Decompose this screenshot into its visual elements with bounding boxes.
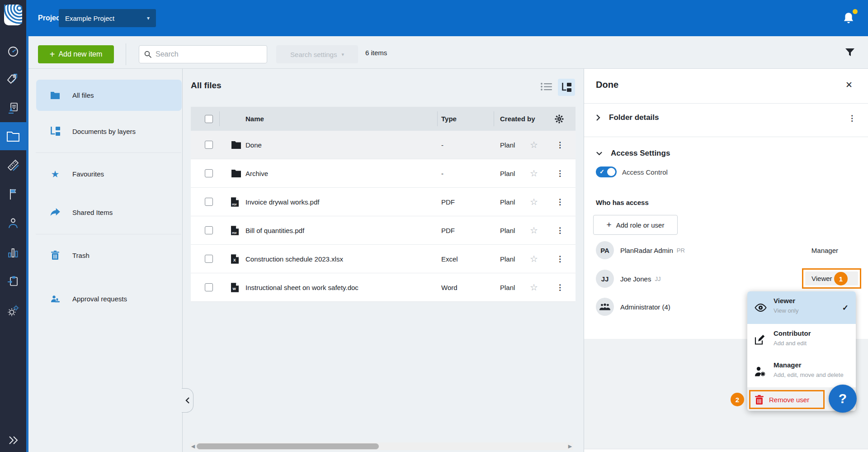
user-tag: JJ bbox=[655, 276, 660, 282]
files-main-panel: All files Name Type Created by Done - Pl… bbox=[183, 69, 584, 452]
row-checkbox[interactable] bbox=[205, 226, 213, 234]
favourite-star-icon[interactable]: ☆ bbox=[530, 225, 538, 236]
favourite-star-icon[interactable]: ☆ bbox=[530, 139, 538, 150]
nav-item-trash[interactable]: Trash bbox=[36, 244, 182, 266]
close-icon[interactable]: ✕ bbox=[845, 80, 853, 90]
access-user-row[interactable]: PA PlanRadar Admin PR Manager bbox=[596, 239, 856, 261]
chevron-down-icon bbox=[596, 151, 603, 156]
row-menu-kebab-icon[interactable]: ⋮ bbox=[556, 226, 564, 235]
step-badge-1: 1 bbox=[834, 272, 848, 285]
gears-icon bbox=[7, 305, 19, 317]
role-selector-button[interactable]: Viewer bbox=[805, 271, 858, 285]
table-row[interactable]: Archive - Planl ☆ ⋮ bbox=[191, 159, 576, 188]
table-row[interactable]: PDF Invoice drywal works.pdf PDF Planl ☆… bbox=[191, 188, 576, 216]
table-row[interactable]: X Construction schedule 2023.xlsx Excel … bbox=[191, 245, 576, 273]
folder-icon bbox=[6, 130, 20, 142]
search-input[interactable] bbox=[156, 50, 262, 58]
user-role[interactable]: Manager bbox=[811, 247, 838, 254]
svg-text:PDF: PDF bbox=[232, 232, 237, 234]
role-option-viewer[interactable]: Viewer View only ✓ bbox=[747, 291, 856, 324]
row-checkbox[interactable] bbox=[205, 255, 213, 263]
panel-menu-kebab-icon[interactable]: ⋮ bbox=[848, 114, 856, 123]
table-settings-gear-icon[interactable] bbox=[555, 114, 564, 124]
row-menu-kebab-icon[interactable]: ⋮ bbox=[556, 140, 564, 150]
column-separator bbox=[219, 111, 220, 126]
sidebar-item-flags[interactable] bbox=[0, 184, 26, 204]
nav-item-all-files[interactable]: All files bbox=[36, 80, 182, 111]
project-selector[interactable]: Example Project ▾ bbox=[59, 9, 156, 27]
sidebar-item-documents[interactable] bbox=[0, 126, 26, 146]
step-badge-2: 2 bbox=[731, 393, 744, 406]
help-button[interactable]: ? bbox=[829, 385, 857, 413]
option-description: View only bbox=[774, 307, 798, 314]
sidebar-item-forms[interactable] bbox=[0, 271, 26, 291]
scroll-right-arrow[interactable]: ▶ bbox=[567, 443, 573, 449]
scroll-left-arrow[interactable]: ◀ bbox=[190, 443, 196, 449]
row-checkbox[interactable] bbox=[205, 283, 213, 291]
role-option-contributor[interactable]: Contributor Add and edit bbox=[747, 324, 856, 356]
file-type: PDF bbox=[441, 198, 455, 206]
row-checkbox[interactable] bbox=[205, 198, 213, 206]
add-new-item-label: Add new item bbox=[58, 50, 102, 58]
favourite-star-icon[interactable]: ☆ bbox=[530, 196, 538, 207]
scrollbar-thumb[interactable] bbox=[197, 443, 379, 449]
row-menu-kebab-icon[interactable]: ⋮ bbox=[556, 283, 564, 292]
row-menu-kebab-icon[interactable]: ⋮ bbox=[556, 169, 564, 178]
planradar-logo[interactable] bbox=[4, 5, 22, 25]
horizontal-scrollbar[interactable]: ◀ ▶ bbox=[190, 442, 573, 450]
table-row[interactable]: PDF Bill of quantities.pdf PDF Planl ☆ ⋮ bbox=[191, 216, 576, 245]
select-all-checkbox[interactable] bbox=[205, 115, 213, 123]
top-bar: Project Example Project ▾ bbox=[26, 0, 868, 36]
access-control-label: Access Control bbox=[622, 167, 668, 177]
flag-icon bbox=[7, 188, 19, 200]
sidebar-item-contacts[interactable] bbox=[0, 213, 26, 233]
chevron-down-icon: ▾ bbox=[341, 52, 344, 57]
role-option-manager[interactable]: Manager Add, edit, move and delete bbox=[747, 356, 856, 387]
sidebar-item-statistics[interactable] bbox=[0, 243, 26, 262]
nav-item-shared-items[interactable]: Shared Items bbox=[36, 201, 182, 223]
file-type: - bbox=[441, 170, 443, 177]
folder-details-section-toggle[interactable]: Folder details bbox=[596, 113, 659, 122]
word-file-icon: W bbox=[231, 283, 239, 292]
add-new-item-button[interactable]: + Add new item bbox=[38, 45, 114, 63]
favourite-star-icon[interactable]: ☆ bbox=[530, 282, 538, 293]
svg-text:PDF: PDF bbox=[232, 203, 237, 206]
nav-item-favourites[interactable]: ★ Favourites bbox=[36, 163, 182, 185]
access-control-toggle[interactable]: ✓ bbox=[596, 167, 617, 177]
row-menu-kebab-icon[interactable]: ⋮ bbox=[556, 254, 564, 264]
column-separator bbox=[437, 111, 438, 126]
project-selector-value: Example Project bbox=[65, 14, 114, 22]
sidebar-item-tags[interactable] bbox=[0, 69, 26, 89]
sidebar-item-measurements[interactable] bbox=[0, 155, 26, 175]
row-checkbox[interactable] bbox=[205, 141, 213, 149]
sidebar-item-plans[interactable] bbox=[0, 98, 26, 118]
nav-item-approval-requests[interactable]: Approval requests bbox=[36, 288, 182, 309]
sidebar-item-dashboard[interactable] bbox=[0, 42, 26, 62]
table-row[interactable]: W Instructional sheet on work safety.doc… bbox=[191, 273, 576, 302]
filter-button[interactable] bbox=[844, 47, 855, 58]
expand-sidebar-button[interactable] bbox=[0, 430, 26, 450]
sidebar-item-settings[interactable] bbox=[0, 301, 26, 321]
favourite-star-icon[interactable]: ☆ bbox=[530, 168, 538, 179]
panel-title: Done bbox=[596, 80, 618, 90]
avatar: PA bbox=[596, 241, 614, 259]
table-row[interactable]: Done - Planl ☆ ⋮ bbox=[191, 131, 576, 159]
annotation-highlight-1: Viewer bbox=[802, 268, 861, 289]
nav-item-label: Approval requests bbox=[72, 295, 127, 303]
list-view-toggle[interactable] bbox=[541, 82, 552, 91]
collapse-nav-handle[interactable] bbox=[182, 388, 193, 413]
nav-divider bbox=[36, 152, 181, 153]
nav-item-documents-by-layers[interactable]: Documents by layers bbox=[36, 120, 182, 142]
favourite-star-icon[interactable]: ☆ bbox=[530, 253, 538, 264]
remove-user-button[interactable]: Remove user bbox=[749, 390, 825, 409]
search-settings-dropdown[interactable]: Search settings ▾ bbox=[276, 45, 358, 63]
column-header-type: Type bbox=[441, 115, 457, 123]
nav-divider bbox=[36, 234, 181, 234]
pdf-file-icon: PDF bbox=[231, 197, 239, 207]
row-menu-kebab-icon[interactable]: ⋮ bbox=[556, 197, 564, 207]
tree-view-toggle-active[interactable] bbox=[558, 79, 575, 96]
add-role-or-user-button[interactable]: + Add role or user bbox=[593, 215, 678, 235]
double-chevron-right-icon bbox=[7, 435, 19, 446]
row-checkbox[interactable] bbox=[205, 169, 213, 177]
access-settings-section-toggle[interactable]: Access Settings bbox=[596, 149, 670, 158]
